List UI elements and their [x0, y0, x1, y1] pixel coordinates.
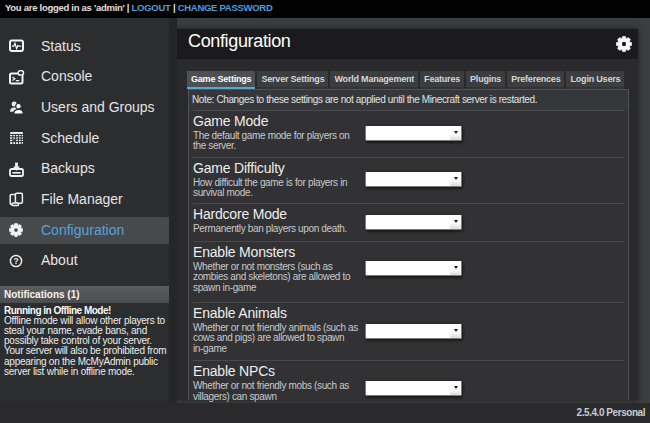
svg-text:?: ? [13, 256, 18, 266]
